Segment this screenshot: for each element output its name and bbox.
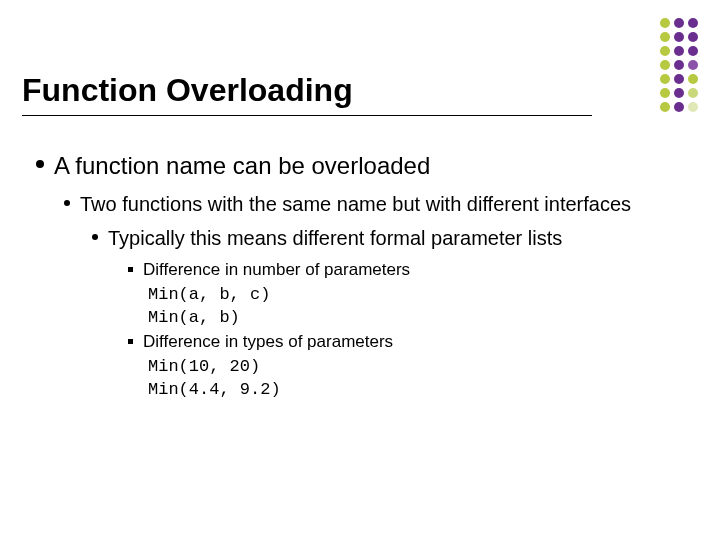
decorative-dots (660, 18, 698, 112)
dot-icon (660, 32, 670, 42)
dot-icon (674, 88, 684, 98)
code-example: Min(a, b, c) (148, 285, 684, 304)
slide-body: A function name can be overloaded Two fu… (36, 150, 684, 403)
dot-icon (674, 60, 684, 70)
dot-icon (660, 46, 670, 56)
dot-icon (688, 32, 698, 42)
bullet-text: Typically this means different formal pa… (108, 225, 562, 251)
bullet-text: Two functions with the same name but wit… (80, 191, 631, 217)
slide-title: Function Overloading (22, 72, 592, 116)
code-example: Min(10, 20) (148, 357, 684, 376)
dot-icon (660, 18, 670, 28)
code-example: Min(4.4, 9.2) (148, 380, 684, 399)
dot-icon (688, 88, 698, 98)
bullet-text: Difference in number of parameters (143, 259, 410, 281)
square-bullet-icon (128, 267, 133, 272)
dot-icon (660, 74, 670, 84)
dot-icon (688, 60, 698, 70)
bullet-level-4: Difference in number of parameters (128, 259, 684, 281)
dot-icon (674, 102, 684, 112)
bullet-level-1: A function name can be overloaded (36, 150, 684, 181)
dot-icon (674, 74, 684, 84)
code-example: Min(a, b) (148, 308, 684, 327)
bullet-text: A function name can be overloaded (54, 150, 430, 181)
bullet-icon (64, 200, 70, 206)
bullet-text: Difference in types of parameters (143, 331, 393, 353)
dot-icon (688, 102, 698, 112)
bullet-level-4: Difference in types of parameters (128, 331, 684, 353)
dot-icon (660, 102, 670, 112)
dot-icon (674, 18, 684, 28)
dot-icon (660, 60, 670, 70)
bullet-icon (92, 234, 98, 240)
dot-icon (660, 88, 670, 98)
bullet-icon (36, 160, 44, 168)
dot-icon (688, 18, 698, 28)
dot-icon (688, 46, 698, 56)
dot-icon (674, 46, 684, 56)
dot-icon (674, 32, 684, 42)
bullet-level-2: Two functions with the same name but wit… (64, 191, 684, 217)
square-bullet-icon (128, 339, 133, 344)
dot-icon (688, 74, 698, 84)
bullet-level-3: Typically this means different formal pa… (92, 225, 684, 251)
